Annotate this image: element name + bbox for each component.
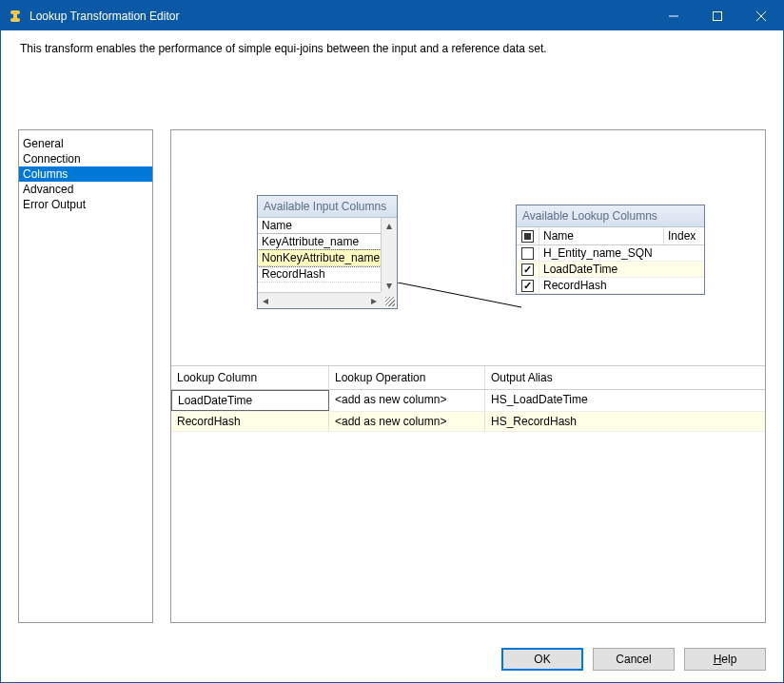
svg-rect-1: [10, 18, 20, 22]
connector-line: [398, 283, 521, 311]
scroll-up-icon[interactable]: ▴: [382, 218, 397, 232]
description-text: This transform enables the performance o…: [1, 30, 783, 80]
mapping-grid: Lookup Column Lookup Operation Output Al…: [171, 365, 765, 622]
lookup-row-label: RecordHash: [539, 278, 704, 293]
checkbox-checked-icon[interactable]: [521, 280, 534, 292]
input-list-header[interactable]: Name: [258, 218, 381, 234]
sidebar-item-columns[interactable]: Columns: [19, 166, 152, 182]
lookup-checkall[interactable]: [517, 227, 539, 244]
checkbox-mixed-icon[interactable]: [521, 230, 534, 243]
scroll-right-icon[interactable]: ▸: [366, 294, 381, 308]
grid-header: Lookup Column Lookup Operation Output Al…: [171, 366, 765, 390]
available-input-title: Available Input Columns: [258, 196, 397, 218]
grid-cell-output-alias[interactable]: HS_RecordHash: [485, 412, 765, 431]
scroll-left-icon[interactable]: ◂: [258, 294, 272, 308]
grid-header-output-alias[interactable]: Output Alias: [485, 366, 765, 389]
grid-cell-lookup-operation[interactable]: <add as new column>: [329, 390, 485, 411]
main-panel: Available Input Columns Name KeyAttribut…: [170, 129, 766, 623]
lookup-row-label: H_Entity_name_SQN: [539, 245, 704, 261]
grid-row[interactable]: RecordHash <add as new column> HS_Record…: [171, 412, 765, 432]
cancel-button[interactable]: Cancel: [593, 648, 675, 671]
input-column-row[interactable]: KeyAttribute_name: [258, 234, 381, 250]
titlebar: Lookup Transformation Editor: [1, 1, 783, 30]
close-button[interactable]: [739, 1, 783, 30]
available-lookup-panel[interactable]: Available Lookup Columns Name Index H_En…: [516, 205, 705, 295]
checkbox-checked-icon[interactable]: [521, 263, 534, 276]
input-panel-hscroll[interactable]: ◂ ▸: [258, 292, 397, 308]
grid-cell-lookup-operation[interactable]: <add as new column>: [329, 412, 485, 431]
grid-header-lookup-column[interactable]: Lookup Column: [171, 366, 329, 389]
window-root: Lookup Transformation Editor This transf…: [0, 0, 784, 683]
scroll-down-icon[interactable]: ▾: [382, 278, 397, 292]
sidebar-item-connection[interactable]: Connection: [19, 151, 152, 166]
svg-line-7: [398, 283, 521, 307]
grid-empty-space: [171, 432, 765, 622]
app-icon: [7, 8, 24, 25]
button-bar: OK Cancel Help: [1, 636, 783, 682]
window-title: Lookup Transformation Editor: [29, 10, 652, 23]
grid-cell-lookup-column[interactable]: RecordHash: [171, 412, 329, 431]
ok-button[interactable]: OK: [501, 648, 583, 671]
lookup-name-header[interactable]: Name: [539, 227, 664, 244]
sidebar-item-advanced[interactable]: Advanced: [19, 182, 152, 197]
available-lookup-title: Available Lookup Columns: [517, 205, 704, 227]
input-columns-list: Name KeyAttribute_name NonKeyAttribute_n…: [258, 218, 397, 308]
lookup-row[interactable]: RecordHash: [517, 278, 704, 294]
checkbox-icon[interactable]: [521, 247, 534, 260]
lookup-row-label: LoadDateTime: [539, 262, 704, 277]
lookup-header-row: Name Index: [517, 227, 704, 245]
input-panel-vscroll[interactable]: ▴ ▾: [381, 218, 397, 292]
lookup-row[interactable]: LoadDateTime: [517, 262, 704, 278]
help-button[interactable]: Help: [684, 648, 766, 671]
lookup-index-header[interactable]: Index: [664, 227, 704, 244]
body-area: General Connection Columns Advanced Erro…: [1, 129, 783, 636]
section-list: General Connection Columns Advanced Erro…: [18, 129, 153, 623]
available-input-panel[interactable]: Available Input Columns Name KeyAttribut…: [257, 195, 398, 309]
maximize-button[interactable]: [696, 1, 739, 30]
sidebar-item-general[interactable]: General: [19, 136, 152, 151]
input-column-row[interactable]: NonKeyAttribute_name: [258, 250, 381, 266]
sidebar-item-error-output[interactable]: Error Output: [19, 197, 152, 212]
svg-rect-4: [714, 11, 722, 20]
svg-rect-0: [10, 10, 20, 14]
grid-header-lookup-operation[interactable]: Lookup Operation: [329, 366, 485, 389]
diagram-area: Available Input Columns Name KeyAttribut…: [171, 130, 765, 365]
grid-cell-lookup-column[interactable]: LoadDateTime: [171, 390, 329, 411]
window-controls: [652, 1, 783, 30]
grid-cell-output-alias[interactable]: HS_LoadDateTime: [485, 390, 765, 411]
resize-grip-icon[interactable]: [381, 292, 397, 308]
grid-row[interactable]: LoadDateTime <add as new column> HS_Load…: [171, 390, 765, 412]
minimize-button[interactable]: [652, 1, 696, 30]
lookup-row[interactable]: H_Entity_name_SQN: [517, 245, 704, 262]
input-column-row[interactable]: RecordHash: [258, 266, 381, 283]
svg-rect-2: [13, 14, 17, 18]
